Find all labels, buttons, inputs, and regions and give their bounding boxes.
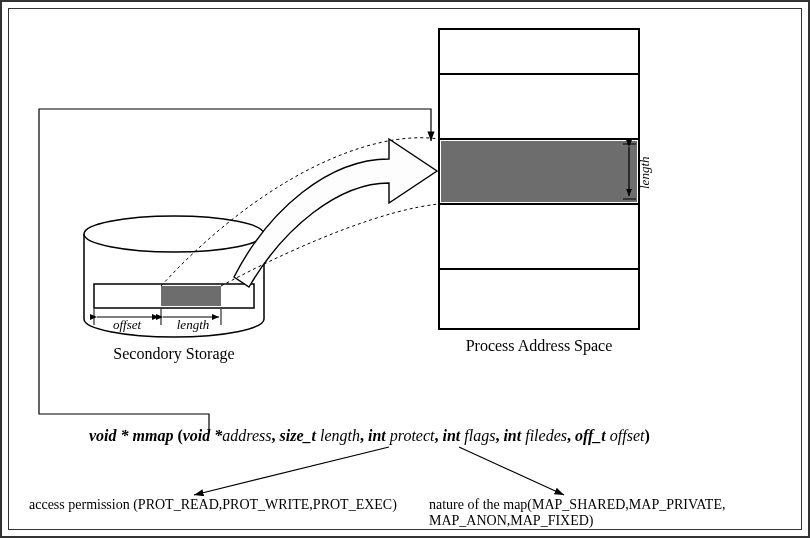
diagram-container: length Process Address Space offset [8, 8, 802, 530]
offset-label: offset [113, 317, 142, 332]
flags-arrow [459, 447, 564, 495]
nature-of-map-annotation-1: nature of the map(MAP_SHARED,MAP_PRIVATE… [429, 497, 725, 513]
process-address-space-label: Process Address Space [466, 337, 613, 355]
protect-arrow [194, 447, 389, 495]
mapped-segment [441, 141, 637, 202]
mmap-diagram: length Process Address Space offset [9, 9, 803, 529]
svg-point-8 [84, 216, 264, 252]
svg-text:void * mmap (void *address, si: void * mmap (void *address, size_t lengt… [89, 427, 650, 445]
secondary-storage: offset length Secondory Storage [84, 216, 264, 363]
access-permission-annotation: access permission (PROT_READ,PROT_WRITE,… [29, 497, 397, 513]
outer-frame: length Process Address Space offset [0, 0, 810, 538]
nature-of-map-annotation-2: MAP_ANON,MAP_FIXED) [429, 513, 594, 529]
length-disk-label: length [177, 317, 210, 332]
secondary-storage-label: Secondory Storage [113, 345, 234, 363]
process-address-space: length Process Address Space [439, 29, 652, 355]
length-memory-label: length [637, 157, 652, 190]
mmap-signature: void * mmap (void *address, size_t lengt… [89, 427, 650, 445]
mapped-file-region [161, 286, 221, 306]
